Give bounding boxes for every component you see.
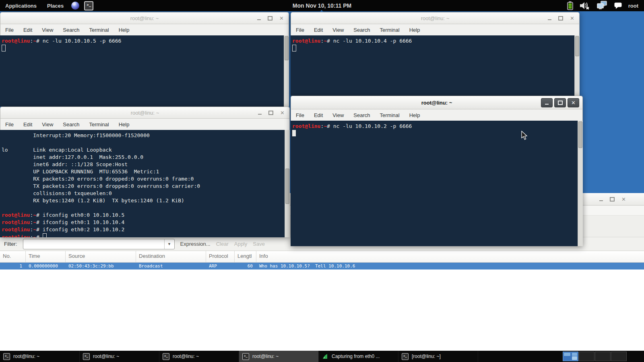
expression-button[interactable]: Expression... [180, 241, 211, 247]
prompt-cwd: ~ [33, 234, 36, 237]
menu-search[interactable]: Search [353, 112, 370, 118]
taskbar-label: [root@linu: ~] [412, 354, 441, 359]
packet-row-selected[interactable]: 1 0.000000000 02:50:43:3c:29:bb Broadcas… [0, 263, 644, 270]
menu-edit[interactable]: Edit [314, 112, 323, 118]
network-icon[interactable] [597, 1, 608, 10]
top-panel: Applications Places >_ Mon Nov 10, 10:11… [0, 0, 644, 11]
workspace-1-current[interactable] [563, 352, 578, 361]
taskbar-terminal-2[interactable]: >_ root@linu: ~ [80, 351, 159, 362]
close-button[interactable]: ✕ [568, 98, 579, 107]
menu-view[interactable]: View [42, 27, 53, 33]
scrollbar[interactable] [285, 130, 290, 237]
titlebar[interactable]: root@linu: ~ ✕ [0, 107, 290, 119]
prompt-hash: # [36, 226, 43, 232]
volume-muted-icon[interactable] [580, 1, 590, 10]
menu-edit[interactable]: Edit [23, 121, 32, 128]
workspace-3[interactable] [595, 352, 611, 361]
close-icon[interactable]: ✕ [280, 110, 285, 115]
menu-view[interactable]: View [332, 112, 344, 118]
wireshark-icon [322, 353, 328, 360]
menu-view[interactable]: View [332, 27, 344, 33]
column-length[interactable]: Lengtl [235, 251, 256, 262]
titlebar[interactable]: root@linu: ~ ✕ [0, 12, 289, 24]
menu-help[interactable]: Help [409, 112, 420, 118]
taskbar-wireshark[interactable]: Capturing from eth0 ... [319, 351, 398, 362]
terminal-screen[interactable]: root@linu:~# nc -lu 10.10.10.2 -p 6666 [291, 121, 583, 246]
clock[interactable]: Mon Nov 10, 10:11 PM [0, 2, 644, 9]
menu-view[interactable]: View [42, 121, 53, 128]
terminal-window-top-right: root@linu: ~ ✕ File Edit View Search Ter… [291, 12, 580, 96]
workspace-2[interactable] [579, 352, 594, 361]
taskbar-terminal-1[interactable]: >_ root@linu: ~ [0, 351, 80, 362]
prompt-hash: # [327, 123, 333, 129]
minimize-icon[interactable] [257, 16, 261, 20]
menu-search[interactable]: Search [63, 27, 79, 33]
maximize-button[interactable] [554, 98, 566, 107]
menu-terminal[interactable]: Terminal [89, 27, 109, 33]
close-icon[interactable]: ✕ [279, 16, 284, 21]
menu-search[interactable]: Search [63, 121, 79, 128]
menu-edit[interactable]: Edit [23, 27, 32, 33]
filter-input[interactable] [23, 240, 164, 248]
menu-terminal[interactable]: Terminal [380, 27, 400, 33]
minimize-button[interactable] [541, 98, 553, 107]
save-button[interactable]: Save [253, 241, 265, 247]
menu-file[interactable]: File [296, 27, 304, 33]
terminal-output-line: Interrupt:20 Memory:f1500000-f1520000 [2, 132, 290, 139]
maximize-icon[interactable] [268, 111, 273, 115]
menu-file[interactable]: File [5, 27, 14, 33]
titlebar[interactable]: root@linu: ~ ✕ [291, 96, 583, 109]
menu-help[interactable]: Help [119, 27, 130, 33]
terminal-menubar: File Edit View Search Terminal Help [291, 24, 580, 35]
menu-help[interactable]: Help [119, 121, 130, 128]
column-destination[interactable]: Destination [136, 251, 206, 262]
scrollbar-thumb[interactable] [578, 121, 582, 148]
taskbar-label: root@linu: ~ [93, 354, 119, 359]
packet-destination: Broadcast [136, 263, 206, 270]
workspace-4[interactable] [611, 352, 627, 361]
menu-terminal[interactable]: Terminal [89, 121, 109, 128]
menu-help[interactable]: Help [409, 27, 420, 33]
scrollbar-thumb[interactable] [575, 36, 579, 56]
scrollbar[interactable] [578, 121, 583, 246]
terminal-screen[interactable]: Interrupt:20 Memory:f1500000-f1520000 lo… [0, 130, 290, 237]
scrollbar-thumb[interactable] [285, 36, 289, 60]
menu-file[interactable]: File [296, 112, 304, 118]
terminal-screen[interactable]: root@linu:~# nc -lu 10.10.10.5 -p 6666 [0, 35, 289, 107]
close-icon[interactable]: ✕ [570, 16, 574, 21]
menu-edit[interactable]: Edit [314, 27, 323, 33]
minimize-icon[interactable] [548, 16, 551, 20]
menu-terminal[interactable]: Terminal [380, 112, 400, 118]
packet-list-empty-area[interactable] [0, 269, 644, 351]
terminal-screen[interactable]: root@linu:~# nc -lu 10.10.10.4 -p 6666 [291, 35, 580, 96]
column-source[interactable]: Source [66, 251, 136, 262]
clear-button[interactable]: Clear [216, 241, 229, 247]
scrollbar-thumb[interactable] [285, 169, 289, 204]
taskbar-terminal-4-active[interactable]: >_ root@linu: ~ [239, 351, 319, 362]
user-menu[interactable]: root [628, 3, 638, 9]
titlebar[interactable]: root@linu: ~ ✕ [291, 12, 580, 24]
chevron-down-icon[interactable]: ▾ [164, 239, 174, 249]
column-protocol[interactable]: Protocol [206, 251, 235, 262]
apply-button[interactable]: Apply [234, 241, 248, 247]
menu-search[interactable]: Search [353, 27, 370, 33]
maximize-icon[interactable] [558, 16, 563, 21]
scrollbar[interactable] [574, 35, 580, 96]
minimize-icon[interactable] [258, 111, 262, 115]
battery-icon[interactable] [567, 1, 573, 10]
minimize-icon[interactable] [599, 197, 603, 201]
terminal-window-top-left: root@linu: ~ ✕ File Edit View Search Ter… [0, 12, 289, 107]
close-icon[interactable]: ✕ [621, 197, 626, 202]
scrollbar[interactable] [284, 35, 289, 107]
taskbar-terminal-3[interactable]: >_ root@linu: ~ [159, 351, 239, 362]
maximize-icon[interactable] [610, 197, 615, 202]
column-time[interactable]: Time [26, 251, 66, 262]
prompt-cwd: ~ [324, 38, 327, 44]
column-no[interactable]: No. [0, 251, 26, 262]
menu-file[interactable]: File [5, 121, 14, 128]
taskbar-terminal-bracket[interactable]: >_ [root@linu: ~] [398, 351, 478, 362]
chat-icon[interactable] [614, 2, 622, 9]
column-info[interactable]: Info [256, 251, 644, 262]
text-cursor [43, 233, 47, 237]
maximize-icon[interactable] [268, 16, 272, 21]
